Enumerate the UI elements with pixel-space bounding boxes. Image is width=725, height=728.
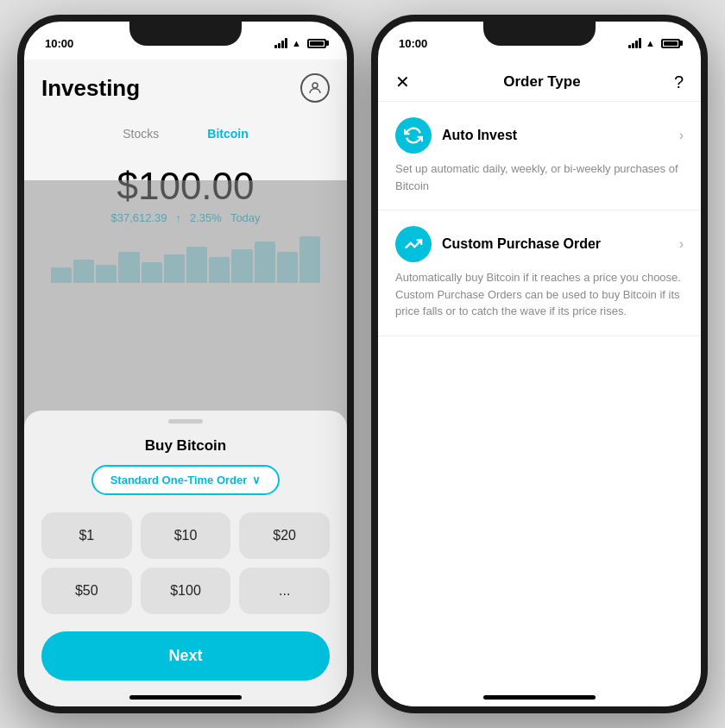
custom-purchase-header: Custom Purchase Order ›: [395, 226, 684, 262]
profile-button[interactable]: [300, 73, 330, 103]
svg-point-0: [312, 83, 318, 88]
status-bar-right: 10:00 ▲: [378, 22, 701, 60]
home-indicator-left: [129, 695, 242, 700]
custom-purchase-left: Custom Purchase Order: [395, 226, 601, 262]
wifi-icon-right: ▲: [646, 38, 655, 48]
modal-header: ✕ Order Type ?: [378, 60, 701, 102]
bottom-sheet: Buy Bitcoin Standard One-Time Order ∨ $1…: [24, 411, 347, 706]
amount-btn-50[interactable]: $50: [41, 568, 132, 614]
modal-title: Order Type: [503, 73, 580, 91]
time-right: 10:00: [399, 37, 427, 50]
amount-btn-20[interactable]: $20: [239, 512, 330, 559]
tab-bitcoin[interactable]: Bitcoin: [183, 120, 272, 147]
next-button[interactable]: Next: [41, 631, 330, 681]
tabs-row: Stocks Bitcoin: [24, 116, 347, 158]
custom-purchase-option[interactable]: Custom Purchase Order › Automatically bu…: [378, 210, 701, 336]
close-button[interactable]: ✕: [395, 72, 410, 92]
left-phone: 10:00 ▲ Investing Stocks Bitcoin: [17, 15, 354, 713]
chevron-down-icon: ∨: [252, 474, 261, 486]
signal-icon-right: [628, 38, 641, 48]
auto-invest-option[interactable]: Auto Invest › Set up automatic daily, we…: [378, 102, 701, 210]
order-type-label: Standard One-Time Order: [110, 474, 248, 486]
help-button[interactable]: ?: [674, 72, 684, 92]
custom-purchase-icon: [395, 226, 432, 262]
auto-invest-desc: Set up automatic daily, weekly, or bi-we…: [395, 160, 684, 194]
auto-invest-header: Auto Invest ›: [395, 117, 684, 154]
investing-header: Investing: [24, 60, 347, 116]
sheet-title: Buy Bitcoin: [41, 437, 330, 455]
custom-purchase-desc: Automatically buy Bitcoin if it reaches …: [395, 269, 684, 320]
sheet-handle: [168, 419, 203, 424]
right-phone: 10:00 ▲ ✕ Order Type ?: [371, 15, 708, 713]
left-screen: Investing Stocks Bitcoin $100.00 $37,612…: [24, 60, 347, 706]
battery-icon-right: [661, 39, 680, 48]
amount-btn-100[interactable]: $100: [141, 568, 231, 614]
custom-purchase-name: Custom Purchase Order: [442, 236, 601, 252]
amount-btn-10[interactable]: $10: [141, 512, 231, 559]
tab-stocks[interactable]: Stocks: [98, 120, 183, 147]
auto-invest-name: Auto Invest: [442, 128, 517, 143]
custom-purchase-chevron: ›: [679, 236, 684, 252]
signal-icon: [274, 38, 287, 48]
status-icons-right: ▲: [628, 38, 680, 48]
home-indicator-right: [483, 695, 596, 700]
auto-invest-chevron: ›: [679, 128, 684, 143]
wifi-icon: ▲: [292, 38, 301, 48]
status-icons-left: ▲: [274, 38, 326, 48]
battery-icon: [307, 39, 326, 48]
bottom-sheet-overlay: Buy Bitcoin Standard One-Time Order ∨ $1…: [24, 180, 347, 706]
amount-grid: $1 $10 $20 $50 $100 ...: [41, 512, 330, 614]
amount-btn-1[interactable]: $1: [41, 512, 132, 559]
amount-btn-more[interactable]: ...: [239, 568, 330, 614]
right-screen: ✕ Order Type ? Auto Invest ›: [378, 60, 701, 706]
page-title: Investing: [41, 75, 140, 102]
time-left: 10:00: [45, 37, 73, 50]
auto-invest-icon: [395, 117, 432, 154]
status-bar-left: 10:00 ▲: [24, 22, 347, 60]
auto-invest-left: Auto Invest: [395, 117, 517, 154]
order-type-selector[interactable]: Standard One-Time Order ∨: [91, 465, 281, 495]
